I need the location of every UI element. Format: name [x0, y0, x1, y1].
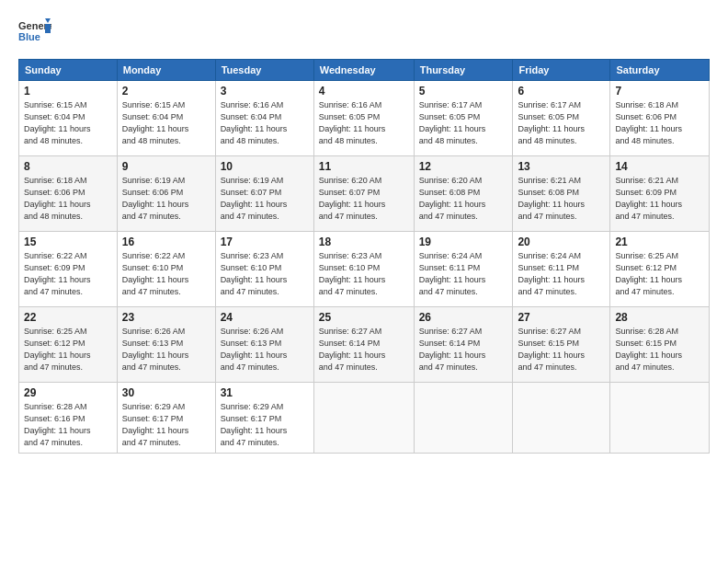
- calendar-cell: 9Sunrise: 6:19 AMSunset: 6:06 PMDaylight…: [117, 156, 215, 232]
- calendar-cell: 17Sunrise: 6:23 AMSunset: 6:10 PMDayligh…: [215, 232, 313, 307]
- calendar-header-row: SundayMondayTuesdayWednesdayThursdayFrid…: [19, 60, 710, 81]
- calendar-cell: 22Sunrise: 6:25 AMSunset: 6:12 PMDayligh…: [19, 307, 118, 383]
- day-info: Sunrise: 6:25 AMSunset: 6:12 PMDaylight:…: [615, 250, 704, 298]
- page-header: General Blue: [18, 17, 710, 50]
- day-number: 19: [419, 236, 508, 248]
- calendar-header-sunday: Sunday: [19, 60, 118, 81]
- calendar-header-thursday: Thursday: [414, 60, 513, 81]
- calendar-cell: 26Sunrise: 6:27 AMSunset: 6:14 PMDayligh…: [414, 307, 513, 383]
- calendar-cell: [513, 383, 610, 454]
- day-number: 1: [24, 85, 112, 98]
- day-number: 6: [518, 85, 605, 98]
- day-info: Sunrise: 6:18 AMSunset: 6:06 PMDaylight:…: [24, 175, 112, 223]
- day-number: 14: [615, 160, 704, 173]
- calendar-cell: 12Sunrise: 6:20 AMSunset: 6:08 PMDayligh…: [414, 156, 513, 232]
- calendar-cell: 8Sunrise: 6:18 AMSunset: 6:06 PMDaylight…: [19, 156, 118, 232]
- calendar-cell: 24Sunrise: 6:26 AMSunset: 6:13 PMDayligh…: [215, 307, 313, 383]
- day-number: 31: [221, 386, 309, 399]
- day-info: Sunrise: 6:16 AMSunset: 6:05 PMDaylight:…: [319, 99, 409, 147]
- calendar-cell: [414, 383, 513, 454]
- calendar-cell: [313, 383, 414, 454]
- day-info: Sunrise: 6:24 AMSunset: 6:11 PMDaylight:…: [518, 250, 605, 298]
- day-info: Sunrise: 6:15 AMSunset: 6:04 PMDaylight:…: [24, 99, 112, 147]
- day-number: 24: [221, 311, 309, 324]
- calendar-cell: 5Sunrise: 6:17 AMSunset: 6:05 PMDaylight…: [414, 81, 513, 156]
- day-number: 18: [319, 236, 409, 248]
- day-number: 17: [221, 236, 309, 248]
- day-number: 13: [518, 160, 605, 173]
- day-number: 12: [419, 160, 508, 173]
- calendar-cell: 10Sunrise: 6:19 AMSunset: 6:07 PMDayligh…: [215, 156, 313, 232]
- day-info: Sunrise: 6:27 AMSunset: 6:14 PMDaylight:…: [419, 326, 508, 373]
- day-number: 4: [319, 85, 409, 98]
- calendar-cell: 7Sunrise: 6:18 AMSunset: 6:06 PMDaylight…: [610, 81, 710, 156]
- day-number: 11: [319, 160, 409, 173]
- calendar-body: 1Sunrise: 6:15 AMSunset: 6:04 PMDaylight…: [19, 81, 710, 454]
- day-number: 29: [24, 386, 112, 399]
- day-number: 7: [615, 85, 704, 98]
- calendar-header-friday: Friday: [513, 60, 610, 81]
- calendar-cell: 16Sunrise: 6:22 AMSunset: 6:10 PMDayligh…: [117, 232, 215, 307]
- day-info: Sunrise: 6:26 AMSunset: 6:13 PMDaylight:…: [122, 326, 210, 373]
- svg-rect-4: [45, 24, 51, 33]
- day-number: 5: [419, 85, 508, 98]
- calendar-cell: 6Sunrise: 6:17 AMSunset: 6:05 PMDaylight…: [513, 81, 610, 156]
- day-info: Sunrise: 6:27 AMSunset: 6:15 PMDaylight:…: [518, 326, 605, 373]
- calendar-cell: 29Sunrise: 6:28 AMSunset: 6:16 PMDayligh…: [19, 383, 118, 454]
- calendar-cell: 21Sunrise: 6:25 AMSunset: 6:12 PMDayligh…: [610, 232, 710, 307]
- logo: General Blue: [18, 17, 51, 50]
- day-info: Sunrise: 6:28 AMSunset: 6:15 PMDaylight:…: [615, 326, 704, 373]
- day-info: Sunrise: 6:19 AMSunset: 6:07 PMDaylight:…: [221, 175, 309, 223]
- day-info: Sunrise: 6:19 AMSunset: 6:06 PMDaylight:…: [122, 175, 210, 223]
- calendar-cell: 28Sunrise: 6:28 AMSunset: 6:15 PMDayligh…: [610, 307, 710, 383]
- day-info: Sunrise: 6:15 AMSunset: 6:04 PMDaylight:…: [122, 99, 210, 147]
- day-number: 25: [319, 311, 409, 324]
- day-number: 26: [419, 311, 508, 324]
- day-number: 30: [122, 386, 210, 399]
- calendar-cell: 11Sunrise: 6:20 AMSunset: 6:07 PMDayligh…: [313, 156, 414, 232]
- day-info: Sunrise: 6:27 AMSunset: 6:14 PMDaylight:…: [319, 326, 409, 373]
- day-number: 3: [221, 85, 309, 98]
- calendar-cell: 19Sunrise: 6:24 AMSunset: 6:11 PMDayligh…: [414, 232, 513, 307]
- day-info: Sunrise: 6:16 AMSunset: 6:04 PMDaylight:…: [221, 99, 309, 147]
- day-info: Sunrise: 6:17 AMSunset: 6:05 PMDaylight:…: [419, 99, 508, 147]
- day-info: Sunrise: 6:23 AMSunset: 6:10 PMDaylight:…: [319, 250, 409, 298]
- calendar-header-wednesday: Wednesday: [313, 60, 414, 81]
- day-number: 22: [24, 311, 112, 324]
- day-info: Sunrise: 6:21 AMSunset: 6:09 PMDaylight:…: [615, 175, 704, 223]
- day-info: Sunrise: 6:18 AMSunset: 6:06 PMDaylight:…: [615, 99, 704, 147]
- calendar-cell: 30Sunrise: 6:29 AMSunset: 6:17 PMDayligh…: [117, 383, 215, 454]
- day-info: Sunrise: 6:17 AMSunset: 6:05 PMDaylight:…: [518, 99, 605, 147]
- day-number: 2: [122, 85, 210, 98]
- day-number: 23: [122, 311, 210, 324]
- day-number: 28: [615, 311, 704, 324]
- calendar-cell: 4Sunrise: 6:16 AMSunset: 6:05 PMDaylight…: [313, 81, 414, 156]
- calendar-cell: 15Sunrise: 6:22 AMSunset: 6:09 PMDayligh…: [19, 232, 118, 307]
- day-info: Sunrise: 6:20 AMSunset: 6:08 PMDaylight:…: [419, 175, 508, 223]
- day-number: 10: [221, 160, 309, 173]
- day-info: Sunrise: 6:29 AMSunset: 6:17 PMDaylight:…: [122, 401, 210, 449]
- calendar-header-saturday: Saturday: [610, 60, 710, 81]
- day-info: Sunrise: 6:25 AMSunset: 6:12 PMDaylight:…: [24, 326, 112, 373]
- calendar-cell: [610, 383, 710, 454]
- calendar-cell: 31Sunrise: 6:29 AMSunset: 6:17 PMDayligh…: [215, 383, 313, 454]
- calendar-cell: 14Sunrise: 6:21 AMSunset: 6:09 PMDayligh…: [610, 156, 710, 232]
- calendar-cell: 20Sunrise: 6:24 AMSunset: 6:11 PMDayligh…: [513, 232, 610, 307]
- calendar-cell: 2Sunrise: 6:15 AMSunset: 6:04 PMDaylight…: [117, 81, 215, 156]
- day-number: 20: [518, 236, 605, 248]
- day-info: Sunrise: 6:20 AMSunset: 6:07 PMDaylight:…: [319, 175, 409, 223]
- day-number: 21: [615, 236, 704, 248]
- calendar-header-monday: Monday: [117, 60, 215, 81]
- day-info: Sunrise: 6:23 AMSunset: 6:10 PMDaylight:…: [221, 250, 309, 298]
- day-number: 15: [24, 236, 112, 248]
- calendar-cell: 3Sunrise: 6:16 AMSunset: 6:04 PMDaylight…: [215, 81, 313, 156]
- day-info: Sunrise: 6:29 AMSunset: 6:17 PMDaylight:…: [221, 401, 309, 449]
- day-info: Sunrise: 6:28 AMSunset: 6:16 PMDaylight:…: [24, 401, 112, 449]
- svg-text:Blue: Blue: [18, 31, 40, 42]
- day-number: 8: [24, 160, 112, 173]
- calendar-cell: 13Sunrise: 6:21 AMSunset: 6:08 PMDayligh…: [513, 156, 610, 232]
- calendar-header-tuesday: Tuesday: [215, 60, 313, 81]
- calendar-table: SundayMondayTuesdayWednesdayThursdayFrid…: [18, 59, 710, 454]
- day-info: Sunrise: 6:26 AMSunset: 6:13 PMDaylight:…: [221, 326, 309, 373]
- calendar-cell: 18Sunrise: 6:23 AMSunset: 6:10 PMDayligh…: [313, 232, 414, 307]
